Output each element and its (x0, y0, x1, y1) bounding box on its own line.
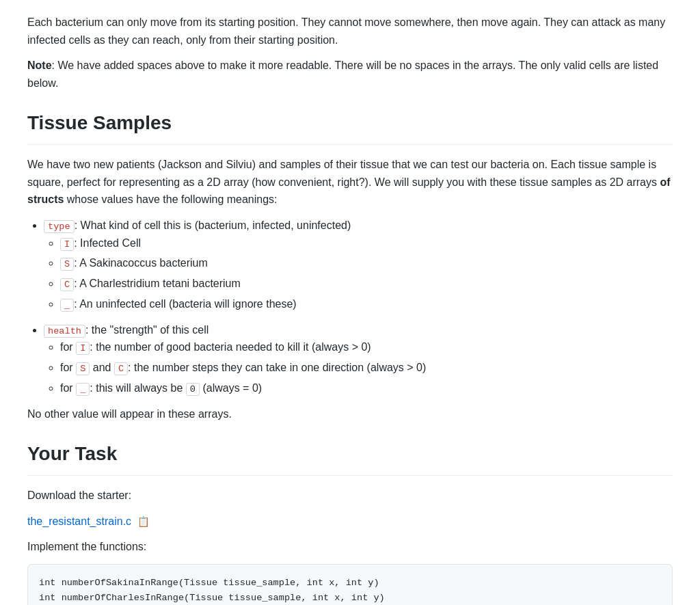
note-bold-label: Note (27, 59, 52, 71)
tissue-fields-list: type: What kind of cell this is (bacteri… (44, 217, 673, 397)
health-underscore-item: for _: this will always be 0 (always = 0… (60, 379, 673, 397)
type-sub-list: I: Infected Cell S: A Sakinacoccus bacte… (60, 234, 673, 313)
health-C-code: C (114, 362, 128, 375)
type-underscore-code: _ (60, 299, 74, 312)
health-desc: : the "strength" of this cell (85, 324, 208, 336)
type-I-desc: : Infected Cell (74, 237, 141, 249)
implement-label-para: Implement the functions: (27, 538, 673, 556)
health-zero-code: 0 (186, 383, 200, 396)
health-under-prefix: for (60, 382, 76, 394)
file-link[interactable]: the_resistant_strain.c (27, 515, 131, 527)
health-sub-list: for I: the number of good bacteria neede… (60, 338, 673, 396)
health-I-prefix: for (60, 341, 76, 353)
intro-note: Note: We have added spaces above to make… (27, 57, 673, 92)
type-C-item: C: A Charlestridium tetani bacterium (60, 275, 673, 293)
type-field-item: type: What kind of cell this is (bacteri… (44, 217, 673, 313)
health-S-code: S (76, 362, 90, 375)
type-underscore-item: _: An uninfected cell (bacteria will ign… (60, 295, 673, 313)
type-S-item: S: A Sakinacoccus bacterium (60, 254, 673, 272)
tissue-samples-heading: Tissue Samples (27, 108, 673, 145)
health-SC-suffix: : the number steps they can take in one … (128, 362, 426, 373)
file-icon: 📋 (137, 514, 150, 530)
note-text: : We have added spaces above to make it … (27, 59, 658, 89)
type-S-code: S (60, 258, 74, 271)
health-under-mid: : this will always be (90, 382, 186, 394)
health-under-code: _ (76, 383, 90, 396)
health-SC-item: for S and C: the number steps they can t… (60, 359, 673, 377)
type-desc: : What kind of cell this is (bacterium, … (75, 219, 351, 231)
file-link-para: the_resistant_strain.c 📋 (27, 513, 673, 530)
health-I-item: for I: the number of good bacteria neede… (60, 338, 673, 356)
health-SC-mid: and (90, 362, 114, 373)
type-label: type (44, 220, 75, 233)
code-block: int numberOfSakinaInRange(Tissue tissue_… (27, 564, 673, 605)
type-I-item: I: Infected Cell (60, 234, 673, 252)
health-under-suffix: (always = 0) (200, 382, 262, 394)
health-SC-prefix: for (60, 362, 76, 373)
download-starter-para: Download the starter: (27, 487, 673, 505)
tissue-intro-para: We have two new patients (Jackson and Si… (27, 156, 673, 209)
type-I-code: I (60, 238, 74, 251)
type-S-desc: : A Sakinacoccus bacterium (74, 257, 208, 269)
type-underscore-desc: : An uninfected cell (bacteria will igno… (74, 298, 297, 310)
health-I-code: I (76, 342, 90, 355)
health-label: health (44, 325, 85, 338)
type-C-desc: : A Charlestridium tetani bacterium (74, 278, 241, 289)
no-other-para: No other value will appear in these arra… (27, 405, 673, 423)
health-field-item: health: the "strength" of this cell for … (44, 321, 673, 397)
intro-para1: Each bacterium can only move from its st… (27, 14, 673, 49)
type-C-code: C (60, 278, 74, 291)
tissue-intro-text1: We have two new patients (Jackson and Si… (27, 159, 660, 188)
health-I-suffix: : the number of good bacteria needed to … (90, 341, 371, 353)
your-task-heading: Your Task (27, 439, 673, 476)
tissue-intro-text2: whose values have the following meanings… (64, 193, 277, 205)
